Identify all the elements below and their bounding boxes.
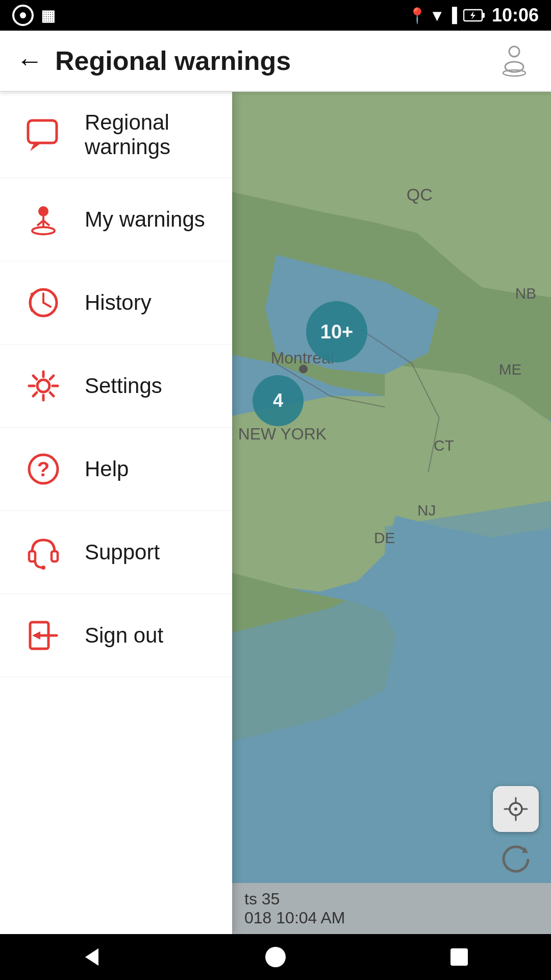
svg-line-15 <box>43 303 51 307</box>
status-bar-right: 📍 ▾ ▐ 10:06 <box>408 5 539 26</box>
svg-rect-28 <box>29 551 35 561</box>
svg-text:?: ? <box>37 458 49 480</box>
map-status-bar: ts 35 018 10:04 AM <box>232 883 551 934</box>
svg-line-22 <box>33 376 37 379</box>
sidebar-menu: Regional warnings My warnings <box>0 92 232 934</box>
camera-icon <box>12 5 34 26</box>
sidebar-item-support[interactable]: Support <box>0 511 232 594</box>
refresh-button[interactable] <box>493 837 539 883</box>
settings-label: Settings <box>85 374 162 398</box>
svg-text:DE: DE <box>374 529 395 546</box>
sidebar-item-history[interactable]: History <box>0 261 232 345</box>
sidebar-item-help[interactable]: ? Help <box>0 428 232 511</box>
map-status-text-1: ts 35 <box>244 890 539 909</box>
svg-point-3 <box>509 46 519 57</box>
sidebar-item-regional-warnings[interactable]: Regional warnings <box>0 92 232 178</box>
svg-point-45 <box>514 807 517 811</box>
support-label: Support <box>85 540 160 565</box>
nav-recent-icon <box>446 944 472 970</box>
status-bar-left: ▦ <box>12 5 55 26</box>
crosshair-icon <box>503 796 529 822</box>
location-button[interactable] <box>493 786 539 832</box>
app-header: ← Regional warnings <box>0 31 551 92</box>
signal-icon: ▐ <box>447 7 457 23</box>
page-title: Regional warnings <box>55 45 494 76</box>
svg-text:NJ: NJ <box>417 502 436 519</box>
nav-back-icon <box>79 944 105 970</box>
headset-icon <box>20 529 66 575</box>
svg-point-52 <box>265 947 286 967</box>
nav-home-icon <box>263 944 288 970</box>
svg-point-17 <box>37 380 49 392</box>
sim-icon: ▦ <box>41 7 55 24</box>
svg-point-5 <box>503 70 525 76</box>
history-clock-icon <box>20 280 66 326</box>
person-location-icon[interactable] <box>494 40 535 81</box>
refresh-icon <box>500 845 531 875</box>
svg-text:NEW YORK: NEW YORK <box>238 425 327 443</box>
svg-line-25 <box>33 393 37 396</box>
sidebar-item-sign-out[interactable]: Sign out <box>0 594 232 677</box>
help-label: Help <box>85 457 129 481</box>
svg-marker-33 <box>32 631 40 640</box>
battery-icon <box>463 8 486 22</box>
svg-point-12 <box>32 227 55 234</box>
svg-marker-2 <box>470 11 475 19</box>
svg-point-39 <box>299 364 308 373</box>
sidebar-item-settings[interactable]: Settings <box>0 345 232 428</box>
map-cluster-small[interactable]: 4 <box>253 375 304 426</box>
svg-line-24 <box>50 376 54 379</box>
status-bar: ▦ 📍 ▾ ▐ 10:06 <box>0 0 551 31</box>
svg-rect-1 <box>482 13 485 18</box>
back-button[interactable]: ← <box>16 47 43 74</box>
my-warnings-label: My warnings <box>85 207 205 232</box>
regional-warnings-label: Regional warnings <box>85 110 212 159</box>
status-time: 10:06 <box>492 5 539 26</box>
sidebar-item-my-warnings[interactable]: My warnings <box>0 178 232 261</box>
svg-point-8 <box>38 206 48 216</box>
location-icon: 📍 <box>408 7 427 24</box>
nav-home-button[interactable] <box>255 942 296 972</box>
svg-rect-53 <box>450 948 468 966</box>
chat-bubble-icon <box>20 112 66 158</box>
svg-line-23 <box>50 393 54 396</box>
svg-text:QC: QC <box>407 185 433 204</box>
svg-rect-29 <box>52 551 58 561</box>
nav-recent-button[interactable] <box>439 942 480 972</box>
person-pin-header-icon <box>496 42 533 79</box>
svg-point-30 <box>41 566 45 570</box>
map-status-text-2: 018 10:04 AM <box>244 909 539 927</box>
gear-icon <box>20 363 66 409</box>
sign-out-label: Sign out <box>85 623 163 648</box>
svg-text:NB: NB <box>515 285 536 302</box>
wifi-icon: ▾ <box>433 6 441 25</box>
bottom-nav <box>0 934 551 980</box>
map-cluster-large[interactable]: 10+ <box>306 301 367 362</box>
nav-back-button[interactable] <box>71 942 112 972</box>
svg-text:CT: CT <box>434 437 454 454</box>
history-label: History <box>85 290 152 315</box>
svg-text:ME: ME <box>499 361 522 378</box>
svg-rect-6 <box>28 120 57 143</box>
map-area: QC NB ME Montreal NEW YORK CT NJ DE 10+ … <box>232 92 551 934</box>
person-pin-icon <box>20 197 66 242</box>
question-circle-icon: ? <box>20 446 66 492</box>
main-content: Regional warnings My warnings <box>0 92 551 934</box>
svg-marker-51 <box>85 948 98 966</box>
sign-out-icon <box>20 612 66 658</box>
